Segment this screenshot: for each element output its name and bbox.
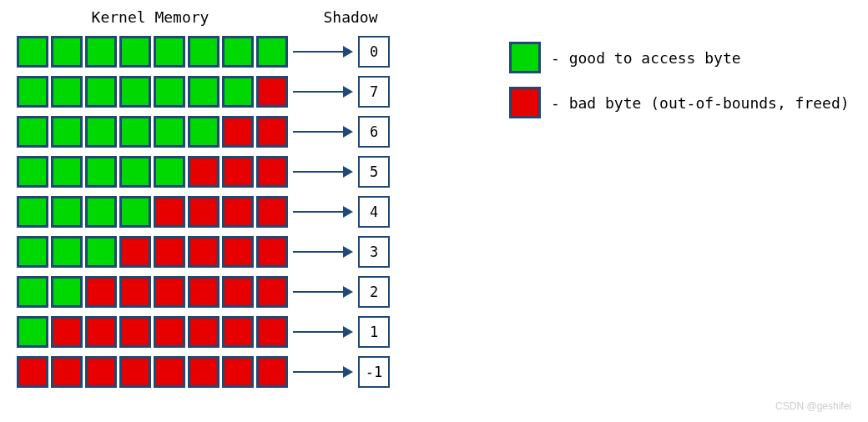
memory-cell-bad xyxy=(188,356,220,388)
memory-cell-bad xyxy=(256,196,288,228)
memory-cell-good xyxy=(119,36,151,68)
memory-cell-bad xyxy=(222,156,254,188)
shadow-value: 6 xyxy=(358,116,390,148)
memory-row: 0 xyxy=(17,36,409,68)
memory-cell-bad xyxy=(222,116,254,148)
memory-row: 6 xyxy=(17,116,409,148)
memory-cell-good xyxy=(154,116,185,148)
memory-cell-bad xyxy=(154,356,185,388)
memory-row: 4 xyxy=(17,196,409,228)
legend: - good to access byte - bad byte (out-of… xyxy=(509,42,850,132)
memory-cell-good xyxy=(17,236,48,268)
memory-cell-bad xyxy=(256,236,288,268)
memory-row: 5 xyxy=(17,156,409,188)
shadow-value: 7 xyxy=(358,76,390,108)
memory-cell-bad xyxy=(154,276,185,308)
memory-cell-bad xyxy=(154,196,185,228)
memory-cell-bad xyxy=(256,116,288,148)
memory-cell-good xyxy=(51,76,83,108)
memory-cell-good xyxy=(154,76,185,108)
memory-cells xyxy=(17,316,288,348)
memory-cell-good xyxy=(51,276,83,308)
arrow-icon xyxy=(293,46,353,58)
memory-cell-bad xyxy=(154,316,185,348)
legend-item-good: - good to access byte xyxy=(509,42,850,73)
memory-cell-good xyxy=(85,116,117,148)
memory-row: 7 xyxy=(17,76,409,108)
memory-cell-bad xyxy=(256,76,288,108)
memory-cell-bad xyxy=(188,236,220,268)
memory-cell-good xyxy=(17,196,48,228)
watermark: CSDN @geshifei xyxy=(775,400,851,412)
memory-cell-bad xyxy=(119,316,151,348)
memory-cell-good xyxy=(188,36,220,68)
memory-cells xyxy=(17,116,288,148)
headers: Kernel Memory Shadow xyxy=(17,8,409,26)
memory-cell-good xyxy=(51,196,83,228)
memory-cell-bad xyxy=(51,356,83,388)
memory-cell-good xyxy=(85,76,117,108)
memory-row: 2 xyxy=(17,276,409,308)
memory-cell-good xyxy=(256,36,288,68)
arrow-icon xyxy=(293,286,353,298)
memory-cells xyxy=(17,356,288,388)
memory-cell-good xyxy=(17,316,48,348)
arrow-icon xyxy=(293,326,353,338)
memory-cell-good xyxy=(51,156,83,188)
shadow-value: 0 xyxy=(358,36,390,68)
memory-cell-good xyxy=(85,196,117,228)
legend-item-bad: - bad byte (out-of-bounds, freed) xyxy=(509,87,850,118)
memory-cell-good xyxy=(222,36,254,68)
memory-cell-good xyxy=(188,116,220,148)
memory-cells xyxy=(17,196,288,228)
memory-cell-good xyxy=(17,116,48,148)
memory-cell-good xyxy=(51,116,83,148)
legend-swatch-good xyxy=(509,42,541,73)
memory-cell-bad xyxy=(222,356,254,388)
memory-cells xyxy=(17,156,288,188)
memory-cell-bad xyxy=(222,276,254,308)
memory-cell-good xyxy=(17,156,48,188)
arrow-icon xyxy=(293,166,353,178)
shadow-value: 2 xyxy=(358,276,390,308)
memory-cell-bad xyxy=(256,356,288,388)
memory-cell-bad xyxy=(188,316,220,348)
memory-cell-good xyxy=(188,76,220,108)
memory-row: 1 xyxy=(17,316,409,348)
memory-cell-bad xyxy=(222,236,254,268)
memory-row: -1 xyxy=(17,356,409,388)
memory-cell-bad xyxy=(188,196,220,228)
header-shadow: Shadow xyxy=(292,8,409,26)
legend-label-bad: - bad byte (out-of-bounds, freed) xyxy=(551,94,850,112)
memory-cell-bad xyxy=(85,316,117,348)
memory-cell-good xyxy=(119,196,151,228)
memory-cell-bad xyxy=(188,276,220,308)
shadow-value: 3 xyxy=(358,236,390,268)
memory-cell-good xyxy=(17,76,48,108)
memory-cell-bad xyxy=(222,316,254,348)
arrow-icon xyxy=(293,366,353,378)
shadow-value: 5 xyxy=(358,156,390,188)
shadow-value: 1 xyxy=(358,316,390,348)
header-kernel-memory: Kernel Memory xyxy=(17,8,284,26)
memory-cells xyxy=(17,76,288,108)
legend-label-good: - good to access byte xyxy=(551,49,741,67)
shadow-value: 4 xyxy=(358,196,390,228)
memory-cell-bad xyxy=(119,356,151,388)
arrow-icon xyxy=(293,246,353,258)
memory-cell-good xyxy=(119,116,151,148)
memory-cell-bad xyxy=(85,276,117,308)
memory-cell-bad xyxy=(119,276,151,308)
memory-cell-bad xyxy=(188,156,220,188)
memory-cell-good xyxy=(85,36,117,68)
memory-cell-bad xyxy=(256,276,288,308)
memory-cell-good xyxy=(51,36,83,68)
memory-cell-bad xyxy=(85,356,117,388)
memory-cell-good xyxy=(222,76,254,108)
memory-cells xyxy=(17,276,288,308)
memory-cell-good xyxy=(51,236,83,268)
legend-swatch-bad xyxy=(509,87,541,118)
memory-cell-bad xyxy=(119,236,151,268)
memory-cell-good xyxy=(17,276,48,308)
memory-cell-bad xyxy=(154,236,185,268)
